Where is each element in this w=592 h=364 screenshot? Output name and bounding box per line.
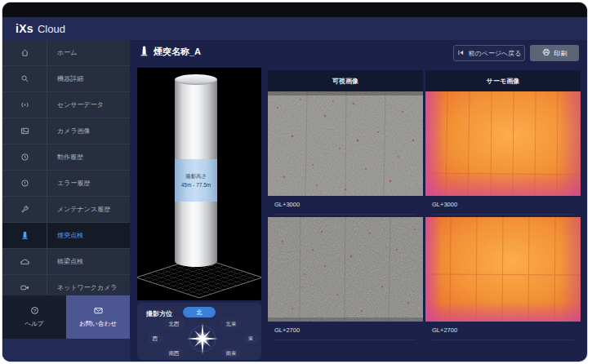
direction-northeast[interactable]: 北東: [221, 319, 242, 330]
direction-southwest[interactable]: 南西: [164, 348, 185, 359]
sidebar-item-label: 煙突点検: [57, 231, 83, 240]
maintenance-history-icon: [2, 197, 47, 222]
chimney-inspection-icon: [2, 223, 47, 248]
sidebar-item-label: ネットワークカメラ: [57, 283, 118, 292]
visible-image-gl2700: [268, 217, 423, 322]
operation-history-icon: [2, 144, 47, 170]
sidebar-item-chimney-inspection[interactable]: 煙突点検: [2, 223, 130, 249]
capture-direction-panel: 撮影方位 北 北西 北東 西 東 南西 南東: [137, 303, 261, 360]
capture-height-range: 45m - 77.5m: [181, 182, 211, 188]
sidebar: ホーム 機器詳細 センサーデータ カメラ画像 動作履歴: [2, 40, 130, 362]
visible-image-header: 可視画像: [268, 70, 423, 91]
caption-divider: [432, 214, 574, 215]
back-button-label: 前のページへ戻る: [469, 49, 522, 58]
sidebar-item-label: ホーム: [57, 48, 77, 57]
contact-button[interactable]: お問い合わせ: [66, 295, 130, 339]
sidebar-item-home[interactable]: ホーム: [2, 40, 130, 66]
title-chimney-icon: [140, 46, 149, 58]
help-label: ヘルプ: [24, 320, 43, 328]
direction-northwest[interactable]: 北西: [164, 319, 185, 330]
top-black-strip: [2, 2, 587, 17]
direction-north-selected[interactable]: 北: [183, 307, 216, 317]
sidebar-item-label: カメラ画像: [57, 127, 91, 135]
sidebar-footer-strip: [2, 339, 130, 362]
sidebar-item-operation-history[interactable]: 動作履歴: [2, 144, 130, 171]
image-caption: GL+2700: [425, 322, 581, 343]
chimney-3d-viewer[interactable]: 撮影高さ 45m - 77.5m: [137, 68, 261, 300]
sidebar-item-equipment-detail[interactable]: 機器詳細: [2, 66, 130, 92]
brand-logo: iXs: [16, 22, 33, 35]
sensor-data-icon: [2, 92, 47, 118]
visible-image-column: 可視画像 GL+3000: [268, 70, 423, 343]
direction-west[interactable]: 西: [148, 334, 163, 344]
sidebar-item-label: センサーデータ: [57, 100, 104, 109]
print-button[interactable]: 印刷: [530, 45, 579, 61]
sidebar-item-error-history[interactable]: エラー履歴: [2, 171, 130, 197]
thermal-image-gl2700: [425, 217, 581, 322]
caption-divider: [274, 214, 416, 215]
sidebar-item-bridge-inspection[interactable]: 橋梁点検: [2, 249, 130, 275]
visible-image-gl3000: [268, 91, 423, 196]
page-title: 煙突名称_A: [140, 46, 201, 58]
sidebar-item-label: メンテナンス履歴: [57, 205, 110, 214]
gl-label: GL+2700: [432, 326, 457, 334]
capture-height-label: 撮影高さ: [185, 173, 207, 180]
caption-divider: [432, 340, 574, 340]
app-window: iXs Cloud ホーム 機器詳細 センサーデータ カメラ画: [2, 2, 587, 362]
image-caption: GL+2700: [268, 322, 423, 343]
thermal-image-column: サーモ画像 GL+3000: [425, 70, 581, 343]
sidebar-item-label: 機器詳細: [57, 74, 83, 83]
sidebar-item-label: エラー履歴: [57, 179, 90, 188]
sidebar-item-camera-image[interactable]: カメラ画像: [2, 118, 130, 144]
gl-label: GL+3000: [274, 201, 300, 208]
error-history-icon: [2, 171, 47, 196]
sidebar-footer: ? ヘルプ お問い合わせ: [2, 295, 130, 339]
help-button[interactable]: ? ヘルプ: [2, 295, 66, 339]
print-button-label: 印刷: [554, 49, 568, 58]
home-icon: [2, 40, 47, 65]
compass-rose-icon: [180, 321, 225, 357]
equipment-detail-icon: [2, 66, 47, 91]
contact-label: お問い合わせ: [79, 320, 117, 328]
image-caption: GL+3000: [268, 196, 423, 217]
brand-bar: iXs Cloud: [2, 17, 587, 40]
camera-image-icon: [2, 118, 47, 144]
contact-icon: [94, 306, 103, 317]
page-title-text: 煙突名称_A: [154, 46, 201, 58]
sidebar-item-label: 動作履歴: [57, 153, 83, 162]
brand-name: Cloud: [38, 23, 65, 35]
capture-height-band: 撮影高さ 45m - 77.5m: [175, 159, 217, 202]
chimney-cylinder-top: [175, 74, 217, 85]
sidebar-item-sensor-data[interactable]: センサーデータ: [2, 92, 130, 118]
direction-east[interactable]: 東: [243, 334, 259, 344]
sidebar-item-label: 橋梁点検: [57, 257, 83, 266]
help-icon: ?: [30, 306, 39, 317]
thermal-image-header: サーモ画像: [425, 70, 581, 91]
caption-divider: [274, 340, 416, 340]
thermal-image-gl3000: [425, 91, 581, 196]
direction-southeast[interactable]: 南東: [221, 348, 242, 359]
sidebar-item-maintenance-history[interactable]: メンテナンス履歴: [2, 197, 130, 223]
printer-icon: [542, 48, 550, 58]
gl-label: GL+2700: [274, 326, 300, 334]
skip-back-icon: [457, 49, 465, 58]
bridge-inspection-icon: [2, 249, 47, 274]
svg-text:?: ?: [33, 309, 36, 313]
image-caption: GL+3000: [425, 196, 581, 217]
back-button[interactable]: 前のページへ戻る: [453, 45, 525, 61]
gl-label: GL+3000: [432, 201, 457, 208]
capture-direction-title: 撮影方位: [146, 309, 172, 318]
